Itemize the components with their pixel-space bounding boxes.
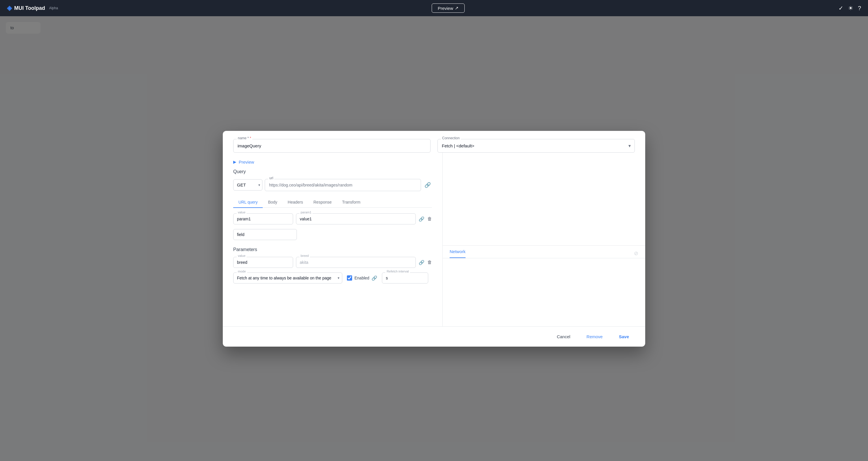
modal-left-panel: ▶ Preview Query GET POST PUT DELETE PATC… <box>223 153 443 326</box>
breed-value-input[interactable] <box>233 257 293 268</box>
parameters-section: Parameters value breed 🔗 🗑 <box>233 247 432 284</box>
url-input[interactable] <box>265 179 421 191</box>
param-name-field-1: param1 <box>296 213 416 224</box>
param-value-input-1[interactable] <box>233 213 293 224</box>
tab-transform[interactable]: Transform <box>337 197 365 208</box>
preview-button-label: Preview <box>438 6 453 11</box>
preview-external-icon: ↗ <box>455 5 459 11</box>
method-select[interactable]: GET POST PUT DELETE PATCH <box>233 179 262 191</box>
url-label: url <box>268 176 274 180</box>
mode-row: mode Fetch at any time to always be avai… <box>233 272 432 284</box>
tab-url-query[interactable]: URL query <box>233 197 263 208</box>
mode-select-wrapper: mode Fetch at any time to always be avai… <box>233 272 342 284</box>
enabled-label: Enabled <box>354 276 369 280</box>
cancel-button[interactable]: Cancel <box>551 331 576 342</box>
preview-toggle[interactable]: ▶ Preview <box>233 160 432 165</box>
app-version: Alpha <box>49 6 58 10</box>
topbar-center: Preview ↗ <box>58 3 838 13</box>
breed-link-icon[interactable]: 🔗 <box>418 260 425 265</box>
breed-delete-icon[interactable]: 🗑 <box>427 260 432 265</box>
modal-body: ▶ Preview Query GET POST PUT DELETE PATC… <box>223 153 645 326</box>
param-link-icon-1[interactable]: 🔗 <box>418 216 425 222</box>
connection-select-group: Connection Fetch | <default> ▾ <box>437 139 635 153</box>
query-modal: name * Connection Fetch | <default> ▾ ▶ … <box>223 131 645 347</box>
help-icon[interactable]: ? <box>858 5 861 11</box>
param-value-label-1: value <box>237 210 247 214</box>
save-button[interactable]: Save <box>613 331 635 342</box>
param-value-field-1: value <box>233 213 293 224</box>
modal-header-row: name * Connection Fetch | <default> ▾ <box>223 131 645 153</box>
app-name: MUI Toolpad <box>14 5 45 11</box>
topbar: ◈ MUI Toolpad Alpha Preview ↗ ✓ ☀ ? <box>0 0 868 16</box>
enabled-row: Enabled 🔗 <box>347 276 377 281</box>
enabled-link-icon[interactable]: 🔗 <box>372 276 377 281</box>
network-disabled-icon: ⊘ <box>634 250 638 257</box>
refetch-wrapper: Refetch interval <box>382 272 428 284</box>
preview-button[interactable]: Preview ↗ <box>432 3 465 13</box>
preview-toggle-icon: ▶ <box>233 160 237 164</box>
network-tab-row: Network ⊘ <box>443 246 645 258</box>
parameters-heading: Parameters <box>233 247 432 252</box>
name-field-label: name * <box>237 136 252 140</box>
param-row-breed: value breed 🔗 🗑 <box>233 257 432 268</box>
topbar-actions: ✓ ☀ ? <box>838 5 861 11</box>
param-name-label-1: param1 <box>300 210 312 214</box>
tab-response[interactable]: Response <box>308 197 337 208</box>
method-select-wrapper: GET POST PUT DELETE PATCH ▾ <box>233 179 262 191</box>
refetch-input[interactable] <box>382 272 428 284</box>
enabled-checkbox[interactable] <box>347 276 352 281</box>
single-field-input[interactable] <box>233 229 297 240</box>
param-delete-icon-1[interactable]: 🗑 <box>427 216 432 222</box>
preview-toggle-label: Preview <box>239 160 254 165</box>
modal-right-bottom: Network ⊘ <box>443 245 645 326</box>
breed-name-field: breed <box>296 257 416 268</box>
name-field-group: name * <box>233 139 431 153</box>
modal-overlay: name * Connection Fetch | <default> ▾ ▶ … <box>0 16 868 461</box>
network-tab[interactable]: Network <box>450 249 466 258</box>
modal-right-top <box>443 153 645 245</box>
url-input-wrapper: url <box>265 179 421 191</box>
logo-icon: ◈ <box>7 4 12 12</box>
url-link-icon[interactable]: 🔗 <box>423 181 432 190</box>
connection-select[interactable]: Fetch | <default> <box>437 139 635 153</box>
connection-label: Connection <box>441 136 461 140</box>
param-name-input-1[interactable] <box>296 213 416 224</box>
name-input[interactable] <box>233 139 431 153</box>
single-field-wrapper <box>233 229 297 240</box>
mode-label: mode <box>237 269 247 273</box>
url-row: GET POST PUT DELETE PATCH ▾ url 🔗 <box>233 179 432 191</box>
breed-name-label: breed <box>300 254 310 257</box>
param-row-1: value param1 🔗 🗑 <box>233 213 432 224</box>
sun-icon[interactable]: ☀ <box>848 5 853 11</box>
modal-right-panel: Network ⊘ <box>443 153 645 326</box>
tab-headers[interactable]: Headers <box>282 197 308 208</box>
tabs-row: URL query Body Headers Response Transfor… <box>233 197 432 208</box>
breed-value-field: value <box>233 257 293 268</box>
breed-name-input[interactable] <box>296 257 416 268</box>
check-icon[interactable]: ✓ <box>838 5 843 11</box>
modal-footer: Cancel Remove Save <box>223 326 645 347</box>
breed-value-label: value <box>237 254 247 257</box>
mode-select[interactable]: Fetch at any time to always be available… <box>233 272 342 284</box>
query-section-heading: Query <box>233 169 432 174</box>
refetch-label: Refetch interval <box>385 269 410 273</box>
tab-body[interactable]: Body <box>263 197 282 208</box>
app-logo: ◈ MUI Toolpad Alpha <box>7 4 58 12</box>
remove-button[interactable]: Remove <box>581 331 609 342</box>
